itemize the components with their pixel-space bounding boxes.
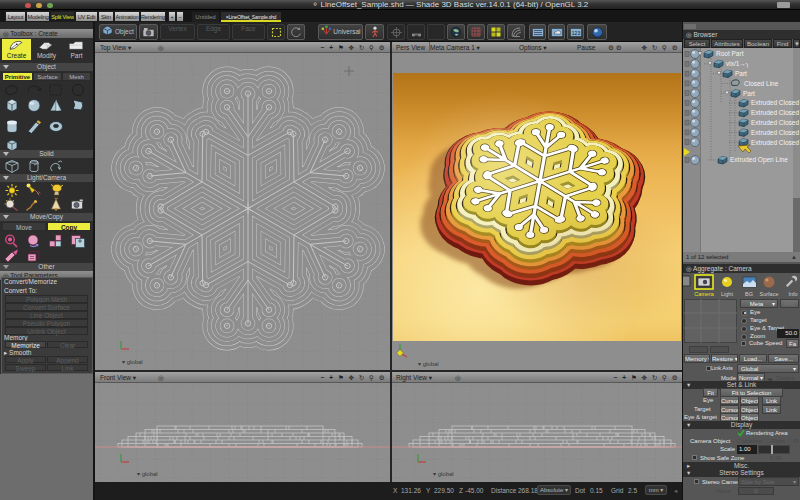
svg-text:Surface: Surface	[760, 291, 779, 297]
svg-text:Info: Info	[788, 291, 797, 297]
svg-text:123: 123	[571, 30, 580, 36]
svg-text:Light: Light	[721, 291, 733, 297]
svg-text:Camera: Camera	[694, 291, 715, 297]
svg-text:BG: BG	[745, 291, 753, 297]
